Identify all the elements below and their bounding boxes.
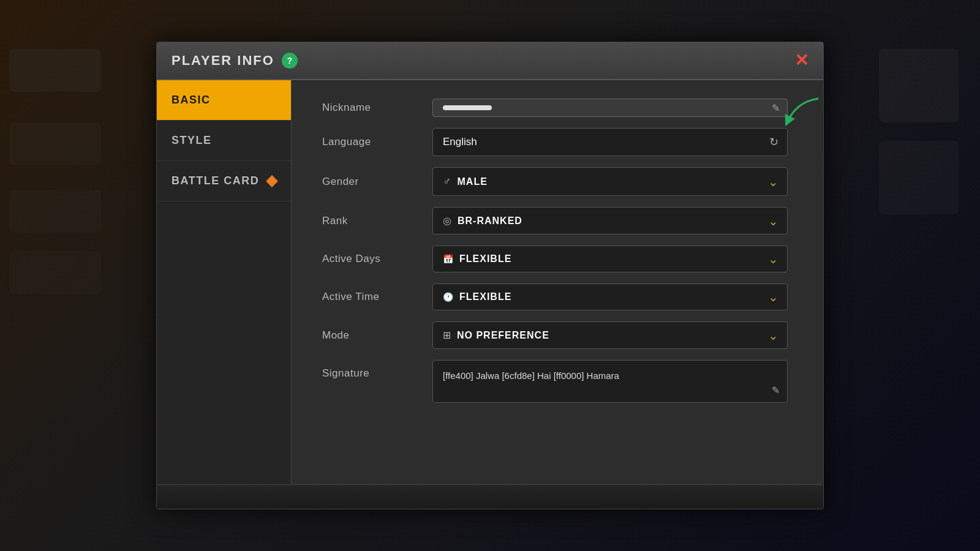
refresh-icon[interactable]: ↻ [769,135,778,149]
sidebar-item-battle-card[interactable]: BATTLE CARD [157,161,291,201]
active-time-value: FLEXIBLE [459,291,511,302]
signature-edit-icon[interactable]: ✎ [772,384,780,396]
nickname-control: ✎ [432,99,788,117]
gender-label: Gender [322,176,420,188]
language-control: English ↻ [432,128,788,156]
mode-row: Mode ⊞ NO PREFERENCE ⌄ [322,321,793,349]
active-days-icon: 📅 [443,254,453,264]
rank-dropdown[interactable]: ◎ BR-RANKED ⌄ [432,207,788,234]
gender-value: MALE [458,176,488,187]
gender-control: ♂ MALE ⌄ [432,167,788,196]
active-time-dropdown[interactable]: 🕐 FLEXIBLE ⌄ [432,283,788,310]
active-days-label: Active Days [322,253,420,265]
language-value: English [443,136,477,148]
signature-row: Signature [ffe400] Jalwa [6cfd8e] Hai [f… [322,360,793,403]
rank-control: ◎ BR-RANKED ⌄ [432,207,788,234]
active-days-control: 📅 FLEXIBLE ⌄ [432,246,788,272]
signature-label: Signature [322,360,420,380]
nickname-label: Nickname [322,102,420,114]
gender-row: Gender ♂ MALE ⌄ [322,167,793,196]
help-icon-label: ? [287,56,293,66]
language-dropdown[interactable]: English ↻ [432,128,788,156]
modal-footer [157,484,823,509]
modal-title: PLAYER INFO [172,53,274,69]
arrow-svg [778,96,821,129]
rank-label: Rank [322,215,420,227]
modal-title-area: PLAYER INFO ? [172,53,298,69]
mode-dropdown[interactable]: ⊞ NO PREFERENCE ⌄ [432,321,788,349]
active-time-chevron-icon: ⌄ [768,290,778,304]
language-label: Language [322,136,420,148]
mode-control: ⊞ NO PREFERENCE ⌄ [432,321,788,349]
modal-overlay: PLAYER INFO ? ✕ BASIC STYLE BATTLE CARD [0,0,980,551]
language-row: Language English ↻ [322,128,793,156]
active-days-chevron-icon: ⌄ [768,252,778,266]
signature-control: [ffe400] Jalwa [6cfd8e] Hai [ff0000] Ham… [432,360,788,403]
mode-chevron-icon: ⌄ [768,328,778,343]
rank-icon: ◎ [443,215,451,227]
active-time-icon: 🕐 [443,292,453,302]
modal-header: PLAYER INFO ? ✕ [157,42,823,80]
sidebar-style-label: STYLE [172,134,212,147]
gender-icon: ♂ [443,175,451,188]
close-button[interactable]: ✕ [794,52,809,69]
gender-dropdown[interactable]: ♂ MALE ⌄ [432,167,788,196]
nickname-row: Nickname ✎ [322,99,793,117]
sidebar-battle-card-label: BATTLE CARD [172,174,259,187]
rank-row: Rank ◎ BR-RANKED ⌄ [322,207,793,234]
nickname-value-bar [443,105,492,110]
sidebar-basic-label: BASIC [172,94,211,107]
nickname-display-bar[interactable]: ✎ [432,99,788,117]
help-button[interactable]: ? [282,53,298,69]
mode-value: NO PREFERENCE [457,330,549,341]
active-time-control: 🕐 FLEXIBLE ⌄ [432,283,788,310]
active-time-label: Active Time [322,291,420,303]
rank-value: BR-RANKED [458,216,522,227]
sidebar-item-basic[interactable]: BASIC [157,80,291,121]
active-days-value: FLEXIBLE [459,253,511,264]
active-days-dropdown[interactable]: 📅 FLEXIBLE ⌄ [432,246,788,272]
sidebar: BASIC STYLE BATTLE CARD [157,80,292,484]
mode-label: Mode [322,329,420,342]
sidebar-item-style[interactable]: STYLE [157,121,291,161]
notification-diamond-icon [266,175,278,187]
active-days-row: Active Days 📅 FLEXIBLE ⌄ [322,246,793,272]
mode-icon: ⊞ [443,329,451,341]
modal-body: BASIC STYLE BATTLE CARD Nickname [157,80,823,484]
player-info-modal: PLAYER INFO ? ✕ BASIC STYLE BATTLE CARD [156,42,824,509]
form-content: Nickname ✎ [292,80,823,484]
gender-chevron-icon: ⌄ [768,174,778,189]
arrow-annotation [778,96,821,132]
rank-chevron-icon: ⌄ [768,214,778,228]
signature-field[interactable]: [ffe400] Jalwa [6cfd8e] Hai [ff0000] Ham… [432,360,788,403]
active-time-row: Active Time 🕐 FLEXIBLE ⌄ [322,283,793,310]
signature-value: [ffe400] Jalwa [6cfd8e] Hai [ff0000] Ham… [443,370,619,381]
